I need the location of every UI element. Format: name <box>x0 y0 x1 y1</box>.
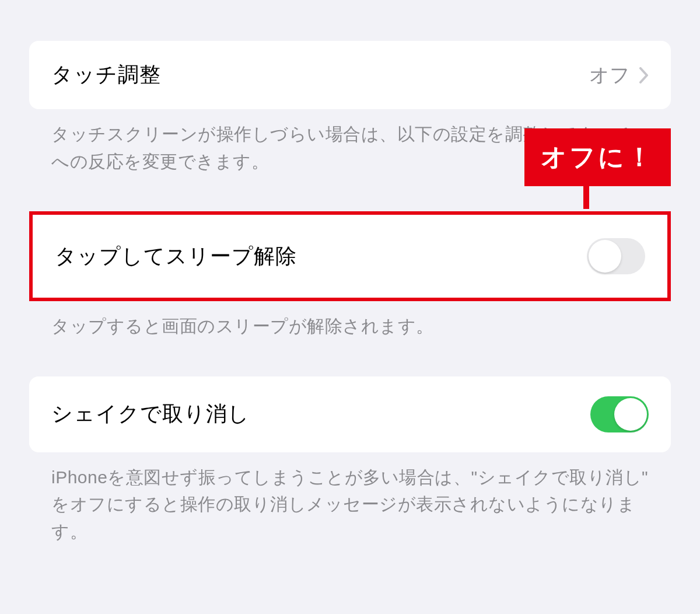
tap-to-wake-footer: タップすると画面のスリープが解除されます。 <box>29 301 671 340</box>
annotation-callout: オフに！ <box>524 128 671 186</box>
tap-to-wake-toggle[interactable] <box>587 238 645 274</box>
annotation-connector-line <box>583 182 589 209</box>
toggle-knob-icon <box>589 240 621 273</box>
touch-accommodations-label: タッチ調整 <box>51 61 161 89</box>
tap-to-wake-label: タップしてスリープ解除 <box>55 242 297 271</box>
chevron-right-icon <box>639 67 649 83</box>
shake-to-undo-toggle[interactable] <box>590 396 649 432</box>
highlight-annotation-box: タップしてスリープ解除 <box>29 211 671 301</box>
annotation-callout-text: オフに！ <box>541 142 654 171</box>
settings-container: タッチ調整 オフ タッチスクリーンが操作しづらい場合は、以下の設定を調整してタッ… <box>0 0 700 545</box>
tap-to-wake-row[interactable]: タップしてスリープ解除 <box>33 215 667 298</box>
touch-accommodations-row[interactable]: タッチ調整 オフ <box>29 41 671 109</box>
shake-to-undo-label: シェイクで取り消し <box>51 400 250 428</box>
shake-to-undo-row[interactable]: シェイクで取り消し <box>29 376 671 452</box>
row-right-group: オフ <box>589 62 649 89</box>
touch-accommodations-value: オフ <box>589 62 630 89</box>
shake-to-undo-footer: iPhoneを意図せず振ってしまうことが多い場合は、"シェイクで取り消し" をオ… <box>29 452 671 546</box>
toggle-knob-icon <box>614 398 647 431</box>
